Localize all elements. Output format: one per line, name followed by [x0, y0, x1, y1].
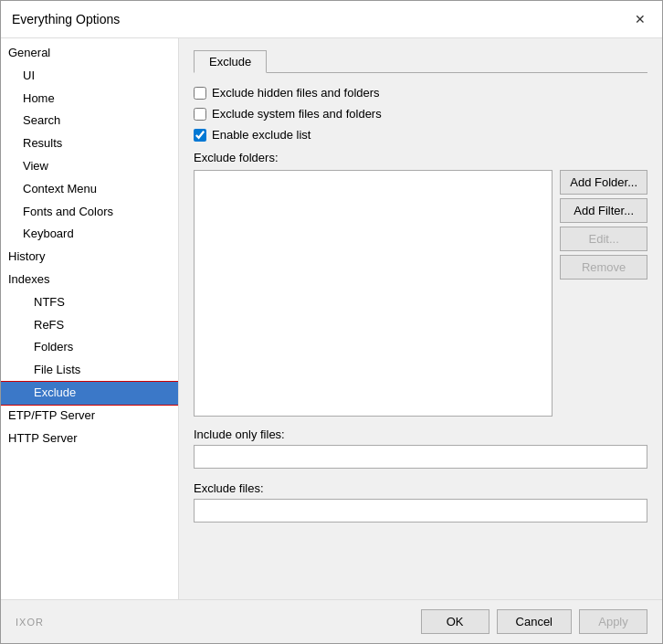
include-only-files-group: Include only files:	[194, 428, 647, 469]
enable-exclude-list-row: Enable exclude list	[194, 128, 647, 142]
sidebar: GeneralUIHomeSearchResultsViewContext Me…	[1, 38, 179, 599]
sidebar-item-ui[interactable]: UI	[1, 65, 178, 88]
add-filter-button[interactable]: Add Filter...	[560, 198, 647, 223]
tab-bar: Exclude	[194, 49, 647, 73]
exclude-files-group: Exclude files:	[194, 481, 647, 523]
enable-exclude-list-checkbox[interactable]	[194, 129, 206, 142]
exclude-hidden-checkbox[interactable]	[194, 87, 206, 100]
sidebar-item-search[interactable]: Search	[1, 110, 178, 132]
close-button[interactable]: ✕	[629, 8, 651, 30]
sidebar-item-view[interactable]: View	[1, 155, 178, 178]
sidebar-item-fonts-and-colors[interactable]: Fonts and Colors	[1, 201, 178, 224]
main-content: Exclude Exclude hidden files and folders…	[179, 38, 662, 599]
exclude-system-row: Exclude system files and folders	[194, 107, 647, 121]
sidebar-item-results[interactable]: Results	[1, 132, 178, 155]
sidebar-item-general[interactable]: General	[1, 42, 178, 65]
folder-buttons: Add Folder... Add Filter... Edit... Remo…	[560, 170, 647, 417]
remove-button[interactable]: Remove	[560, 255, 647, 280]
sidebar-item-indexes[interactable]: Indexes	[1, 269, 178, 291]
sidebar-item-folders[interactable]: Folders	[1, 336, 178, 359]
sidebar-item-context-menu[interactable]: Context Menu	[1, 178, 178, 201]
watermark: IXOR	[16, 617, 44, 628]
title-bar-buttons: ✕	[629, 8, 651, 30]
exclude-files-input[interactable]	[194, 499, 647, 523]
dialog-footer: IXOR OK Cancel Apply	[1, 599, 662, 643]
sidebar-item-http-server[interactable]: HTTP Server	[1, 428, 178, 450]
edit-button[interactable]: Edit...	[560, 227, 647, 251]
sidebar-item-file-lists[interactable]: File Lists	[1, 359, 178, 382]
apply-button[interactable]: Apply	[579, 609, 647, 634]
enable-exclude-list-label: Enable exclude list	[212, 128, 310, 142]
tab-exclude[interactable]: Exclude	[194, 50, 267, 73]
everything-options-dialog: Everything Options ✕ GeneralUIHomeSearch…	[0, 0, 663, 644]
ok-button[interactable]: OK	[421, 609, 489, 634]
exclude-files-label: Exclude files:	[194, 481, 647, 495]
cancel-button[interactable]: Cancel	[497, 609, 572, 634]
sidebar-item-history[interactable]: History	[1, 246, 178, 269]
exclude-folders-label: Exclude folders:	[194, 151, 647, 164]
add-folder-button[interactable]: Add Folder...	[560, 170, 647, 195]
title-bar: Everything Options ✕	[1, 1, 662, 38]
sidebar-item-refs[interactable]: ReFS	[1, 314, 178, 337]
sidebar-item-ntfs[interactable]: NTFS	[1, 291, 178, 314]
include-only-files-input[interactable]	[194, 445, 647, 469]
dialog-title: Everything Options	[12, 12, 120, 26]
sidebar-item-etp-ftp-server[interactable]: ETP/FTP Server	[1, 405, 178, 428]
include-only-files-label: Include only files:	[194, 428, 647, 441]
exclude-system-checkbox[interactable]	[194, 108, 206, 121]
exclude-hidden-row: Exclude hidden files and folders	[194, 86, 647, 100]
sidebar-item-exclude[interactable]: Exclude	[1, 382, 178, 405]
checkboxes-section: Exclude hidden files and folders Exclude…	[194, 86, 647, 142]
dialog-body: GeneralUIHomeSearchResultsViewContext Me…	[1, 38, 662, 599]
folder-area: Add Folder... Add Filter... Edit... Remo…	[194, 170, 647, 417]
exclude-hidden-label: Exclude hidden files and folders	[212, 86, 380, 100]
exclude-system-label: Exclude system files and folders	[212, 107, 382, 121]
sidebar-item-keyboard[interactable]: Keyboard	[1, 223, 178, 246]
sidebar-item-home[interactable]: Home	[1, 88, 178, 111]
folder-list[interactable]	[194, 170, 552, 417]
